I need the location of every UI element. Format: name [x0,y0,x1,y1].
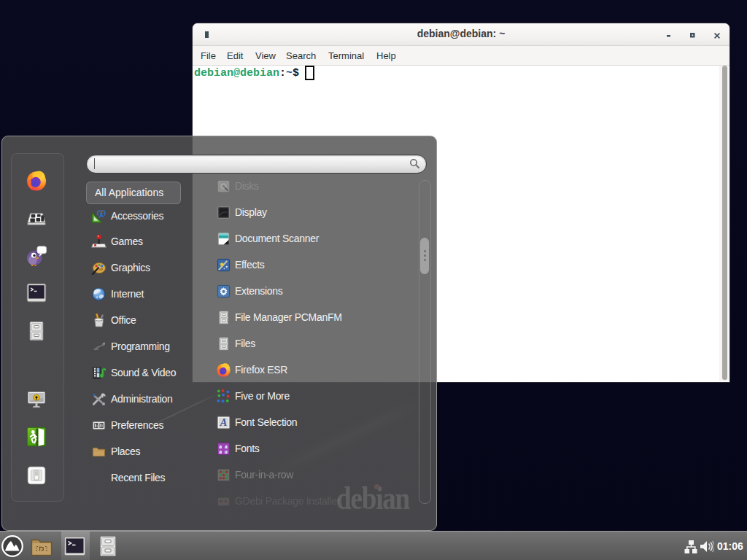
svg-text:A: A [220,416,228,428]
svg-text:a: a [219,448,222,455]
svg-text:a: a [225,448,228,455]
